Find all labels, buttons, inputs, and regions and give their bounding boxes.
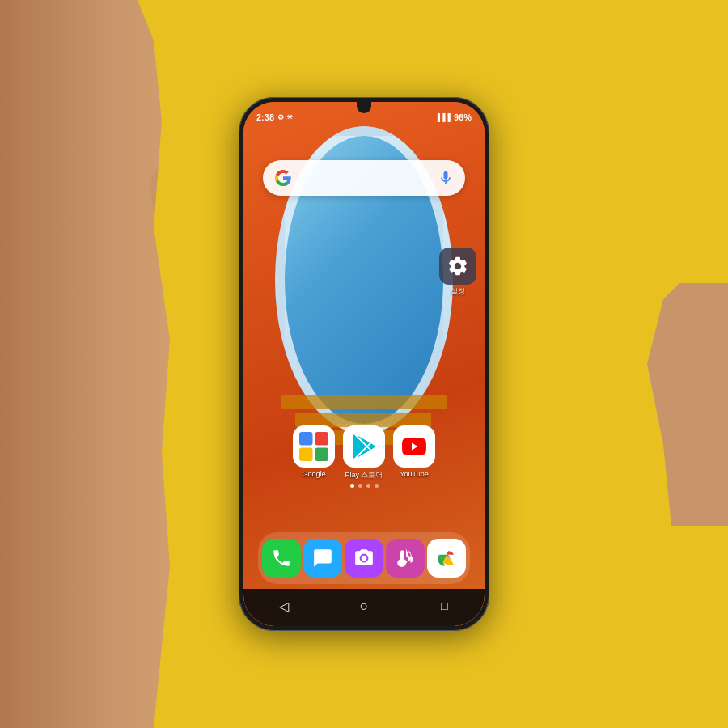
youtube-label: YouTube [400, 470, 428, 478]
phone-screen: 2:38 ⚙ ☀ ▐▐▐ 96% [243, 102, 485, 626]
phone: 2:38 ⚙ ☀ ▐▐▐ 96% [239, 97, 489, 631]
settings-icon-area: 설정 [439, 248, 476, 297]
status-icons: ⚙ ☀ [277, 113, 293, 121]
photos-icon [395, 548, 416, 569]
signal-icon: ▐▐▐ [435, 113, 451, 121]
dot-3 [366, 484, 370, 488]
camera-dock-icon[interactable] [345, 539, 383, 578]
page-dots [243, 484, 485, 488]
dot-4 [375, 484, 379, 488]
svg-rect-1 [315, 432, 329, 446]
svg-rect-2 [299, 448, 313, 462]
chrome-dock-icon[interactable] [427, 539, 466, 578]
photos-dock-icon[interactable] [386, 539, 425, 578]
phone-dock-icon[interactable] [262, 539, 301, 578]
google-app-label: Google [302, 470, 325, 478]
google-logo [274, 169, 292, 187]
time: 2:38 [256, 112, 274, 122]
home-button[interactable]: ○ [353, 595, 375, 617]
status-right: ▐▐▐ 96% [435, 112, 472, 122]
dot-1 [350, 484, 354, 488]
messages-dock-icon[interactable] [303, 539, 342, 578]
messages-icon [312, 548, 333, 569]
mic-icon [438, 170, 454, 186]
settings-icon-bg[interactable] [439, 248, 476, 285]
google-app-svg [299, 432, 328, 461]
settings-icon [447, 255, 469, 277]
nav-bar: ◁ ○ □ [243, 589, 485, 626]
hand-left [0, 0, 186, 728]
play-store-app-icon[interactable]: Play 스토어 [343, 425, 385, 480]
camera-icon [353, 548, 375, 569]
bottom-dock [258, 532, 470, 584]
play-store-label: Play 스토어 [345, 470, 383, 480]
app-row: Google Play 스토어 [243, 425, 485, 480]
youtube-svg [400, 432, 429, 461]
svg-rect-0 [299, 432, 313, 446]
back-button[interactable]: ◁ [273, 595, 295, 617]
stair-1 [281, 395, 447, 409]
google-app-icon[interactable]: Google [293, 425, 335, 480]
scene: 2:38 ⚙ ☀ ▐▐▐ 96% [0, 0, 728, 728]
search-bar[interactable] [263, 160, 465, 196]
app-icons-area: Google Play 스토어 [243, 425, 485, 493]
dot-2 [358, 484, 362, 488]
battery-text: 96% [454, 112, 472, 122]
play-store-svg [349, 432, 379, 461]
settings-label: 설정 [451, 286, 465, 297]
dock-container [243, 532, 485, 589]
youtube-app-icon[interactable]: YouTube [393, 425, 435, 480]
svg-rect-3 [315, 448, 329, 462]
chrome-icon [436, 548, 457, 569]
phone-icon [271, 548, 292, 569]
recents-button[interactable]: □ [433, 595, 455, 617]
phone-wrapper: 2:38 ⚙ ☀ ▐▐▐ 96% [239, 97, 489, 631]
status-left: 2:38 ⚙ ☀ [256, 112, 293, 122]
